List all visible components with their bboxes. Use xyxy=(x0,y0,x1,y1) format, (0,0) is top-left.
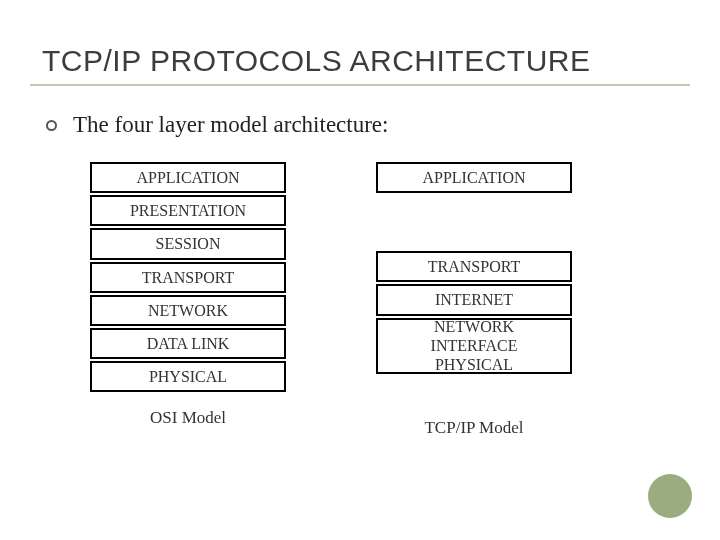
decorative-circle-icon xyxy=(648,474,692,518)
tcpip-layer-application: APPLICATION xyxy=(376,162,572,193)
model-columns: APPLICATION PRESENTATION SESSION TRANSPO… xyxy=(0,162,720,438)
osi-layer-datalink: DATA LINK xyxy=(90,328,286,359)
osi-layer-network: NETWORK xyxy=(90,295,286,326)
bullet-item: The four layer model architecture: xyxy=(46,112,720,138)
tcpip-column: APPLICATION TRANSPORT INTERNET NETWORKIN… xyxy=(376,162,572,438)
osi-layer-application: APPLICATION xyxy=(90,162,286,193)
osi-column: APPLICATION PRESENTATION SESSION TRANSPO… xyxy=(90,162,286,438)
tcpip-layer-internet: INTERNET xyxy=(376,284,572,315)
bullet-icon xyxy=(46,120,57,131)
bullet-text: The four layer model architecture: xyxy=(73,112,388,138)
osi-caption: OSI Model xyxy=(150,408,226,428)
osi-layer-physical: PHYSICAL xyxy=(90,361,286,392)
tcpip-layer-transport: TRANSPORT xyxy=(376,251,572,282)
slide-title: TCP/IP PROTOCOLS ARCHITECTURE xyxy=(0,0,720,84)
osi-layer-transport: TRANSPORT xyxy=(90,262,286,293)
title-underline xyxy=(30,84,690,86)
slide: TCP/IP PROTOCOLS ARCHITECTURE The four l… xyxy=(0,0,720,540)
tcpip-caption: TCP/IP Model xyxy=(424,418,523,438)
osi-layer-presentation: PRESENTATION xyxy=(90,195,286,226)
osi-layer-session: SESSION xyxy=(90,228,286,259)
tcpip-layer-network-interface: NETWORKINTERFACE PHYSICAL xyxy=(376,318,572,374)
